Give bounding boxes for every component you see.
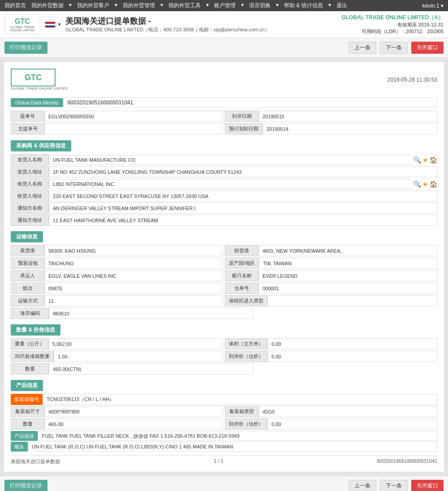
doc-logo-sub: GLOBAL TRADE ONLINE LIMITED xyxy=(11,86,68,90)
shipper-star-icon[interactable]: ★ xyxy=(422,156,428,164)
expire-date: 有效期至 2019-12-31 xyxy=(341,22,444,28)
prev-button[interactable]: 上一条 xyxy=(349,42,376,54)
transport-section-header: 运输信息 xyxy=(11,231,43,242)
warehouse-pair: 仓单号 000001 xyxy=(225,283,437,294)
nav-foreign-trade[interactable]: 我的外贸数据 xyxy=(31,2,64,9)
container-no-button[interactable]: 集装箱编号 xyxy=(11,394,43,405)
container-size-label: 集装箱尺寸 xyxy=(11,406,44,417)
vessel-label: 船只名称 xyxy=(225,270,258,281)
receiver-home-icon[interactable]: 🏠 xyxy=(430,181,437,188)
print-preview-button[interactable]: 打印预览记录 xyxy=(4,42,47,54)
vessel-value: EVER LEGEND xyxy=(258,270,437,281)
global-data-identity-value: 6003201905160000031041 xyxy=(63,97,437,108)
doc-footer-title: 美国海关进口提单数据 xyxy=(11,458,60,465)
master-bill-pair: 主提单号 xyxy=(11,123,223,134)
nav-foreign-tool[interactable]: 我的外贸工具 xyxy=(168,2,201,9)
weight-pair: 重量（公斤） 5,062.00 xyxy=(11,338,223,349)
bottom-toolbar: 打印预览记录 上一条 下一条 关闭窗口 xyxy=(0,476,448,491)
receiver-search-icon[interactable]: 🔍 xyxy=(414,181,421,188)
weight-volume-row: 重量（公斤） 5,062.00 体积（立方米） 0.00 xyxy=(11,338,437,349)
user-info: kevin.1 ▾ xyxy=(422,3,444,9)
prod-qty-price-row: 数量 465.00 到岸价（估价） 0.00 xyxy=(11,418,437,430)
prod-qty-pair: 数量 465.00 xyxy=(11,418,223,430)
load-port-value: 58309, KAO HSIUNG xyxy=(44,245,223,256)
nav-foreign-admin[interactable]: 我的外贸管理 xyxy=(123,2,155,9)
receiver-star-icon[interactable]: ★ xyxy=(422,181,428,188)
transport-taxzone-row: 运输方式 11 保税区进入类型 xyxy=(11,295,437,306)
doc-header: GTC GLOBAL TRADE ONLINE LIMITED 2019-05-… xyxy=(11,69,437,90)
carrier-label: 承运人 xyxy=(11,270,44,281)
receiver-addr-label: 收货人地址 xyxy=(11,190,49,202)
nav-foreign-client[interactable]: 我的外贸客户 xyxy=(77,2,109,9)
container-no-row: 集装箱编号 TCNU2706115（CN / L / HH） xyxy=(11,394,437,405)
customs-code-label: 海关编码 xyxy=(11,308,49,319)
nav-language[interactable]: 语言切换 xyxy=(249,2,271,9)
receiver-name-value-block: LIBO INTERNATIONAL INC 🔍 ★ 🏠 xyxy=(49,178,437,190)
ldr-info: 可用时段（LDR）：200712、201905 xyxy=(341,28,444,35)
header-right: GLOBAL TRADE ONLINE LIMITED（A） 有效期至 2019… xyxy=(341,14,444,35)
bottom-print-button[interactable]: 打印预览记录 xyxy=(4,480,47,491)
top-navigation: 我的首页 我的外贸数据 ▾ 我的外贸客户 ▾ 我的外贸管理 ▾ 我的外贸工具 ▾… xyxy=(0,0,448,11)
container-no-value: TCNU2706115（CN / L / HH） xyxy=(43,394,437,405)
bottom-next-button[interactable]: 下一条 xyxy=(380,480,408,491)
shipper-addr-row: 发货人地址 1F NO 452 ZUNZHONG LANE YONGJING T… xyxy=(11,166,437,177)
teu20-pair: 20尺标准箱数量 1.50 xyxy=(11,351,223,362)
arrival-date-label: 到岸日期 xyxy=(225,111,258,122)
bottom-toolbar-nav: 上一条 下一条 关闭窗口 xyxy=(349,480,444,491)
transport-mode-label: 运输方式 xyxy=(11,295,44,306)
product-desc-button[interactable]: 产品描述 xyxy=(11,431,38,441)
flag-icon xyxy=(45,22,56,28)
arrival-price-value: 0.00 xyxy=(267,351,437,362)
carrier-vessel-row: 承运人 EGLV, EAGLE VAN LINES INC 船只名称 EVER … xyxy=(11,270,437,281)
master-bill-label: 主提单号 xyxy=(11,123,44,134)
notify-name-value: AN DERINGER VALLEY STREAM IMPORT SUPER J… xyxy=(49,202,437,214)
username: kevin.1 xyxy=(422,3,439,9)
load-unload-row: 装货港 58309, KAO HSIUNG 卸货港 4601, NEW YORK… xyxy=(11,245,437,256)
nav-exit[interactable]: 退出 xyxy=(336,2,347,9)
volume-pair: 体积（立方米） 0.00 xyxy=(225,338,437,349)
close-window-button[interactable]: 关闭窗口 xyxy=(411,42,444,54)
container-size-pair: 集装箱尺寸 4000*900*800 xyxy=(11,406,223,417)
page-header: GTC GLOBAL TRADE ONLINE LIMITED ▾ 美国海关进口… xyxy=(0,11,448,38)
transport-mode-pair: 运输方式 11 xyxy=(11,295,223,306)
carrier-pair: 承运人 EGLV, EAGLE VAN LINES INC xyxy=(11,270,223,281)
nav-home[interactable]: 我的首页 xyxy=(4,2,26,9)
bottom-prev-button[interactable]: 上一条 xyxy=(349,480,376,491)
voyage-pair: 航次 0987E xyxy=(11,283,223,294)
tax-zone-value xyxy=(267,295,437,306)
receiver-icons: 🔍 ★ 🏠 xyxy=(414,181,437,188)
origin-value: TW, TAIWAN xyxy=(259,258,437,269)
origin-pair: 原产国/地区 TW, TAIWAN xyxy=(225,258,437,269)
top-nav-left: 我的首页 我的外贸数据 ▾ 我的外贸客户 ▾ 我的外贸管理 ▾ 我的外贸工具 ▾… xyxy=(4,2,347,9)
qty-row: 数量 465.00(CTN) xyxy=(11,363,437,375)
shipper-home-icon[interactable]: 🏠 xyxy=(430,156,437,164)
voyage-warehouse-row: 航次 0987E 仓单号 000001 xyxy=(11,283,437,294)
warehouse-value: 000001 xyxy=(258,283,437,294)
notify-addr-value: 11 EAST HAWTHORNE AVE VALLEY STREAM xyxy=(49,215,437,226)
company-name: GLOBAL TRADE ONLINE LIMITED（A） xyxy=(341,14,444,22)
qty-value: 465.00(CTN) xyxy=(49,363,254,375)
planned-arrival-value: 20190514 xyxy=(263,123,437,134)
container-size-type-row: 集装箱尺寸 4000*900*800 集装箱类型 45G0 xyxy=(11,406,437,417)
bottom-close-button[interactable]: 关闭窗口 xyxy=(411,480,444,491)
arrival-date-value: 20190515 xyxy=(258,111,437,122)
customs-code-row: 海关编码 860610 xyxy=(11,308,437,319)
header-button[interactable]: 概头 xyxy=(11,442,28,452)
pre-dest-pair: 预装运地 TAICHUNG xyxy=(11,258,223,269)
nav-help[interactable]: 帮助 & 统计信息 xyxy=(284,2,323,9)
header-value: UN FUEL TANK (R.O.C) UN FUEL TANK (R.O.C… xyxy=(28,442,437,452)
teu-price-row: 20尺标准箱数量 1.50 到岸价（估价） 0.00 xyxy=(11,351,437,362)
weight-value: 5,062.00 xyxy=(48,338,223,349)
prod-price-label: 到岸价（估价） xyxy=(225,418,267,430)
arrival-price-pair: 到岸价（估价） 0.00 xyxy=(225,351,437,362)
tax-zone-label: 保税区进入类型 xyxy=(225,295,267,306)
nav-account[interactable]: 账户管理 xyxy=(214,2,236,9)
voyage-value: 0987E xyxy=(44,283,223,294)
shipper-addr-label: 发货人地址 xyxy=(11,166,49,177)
shipper-search-icon[interactable]: 🔍 xyxy=(414,156,421,164)
load-port-label: 装货港 xyxy=(11,245,44,256)
next-button[interactable]: 下一条 xyxy=(380,42,408,54)
receiver-name-label: 收货人名称 xyxy=(11,178,49,190)
supplier-section-header: 采购商 & 供应商信息 xyxy=(11,140,71,151)
transport-mode-value: 11 xyxy=(44,295,223,306)
